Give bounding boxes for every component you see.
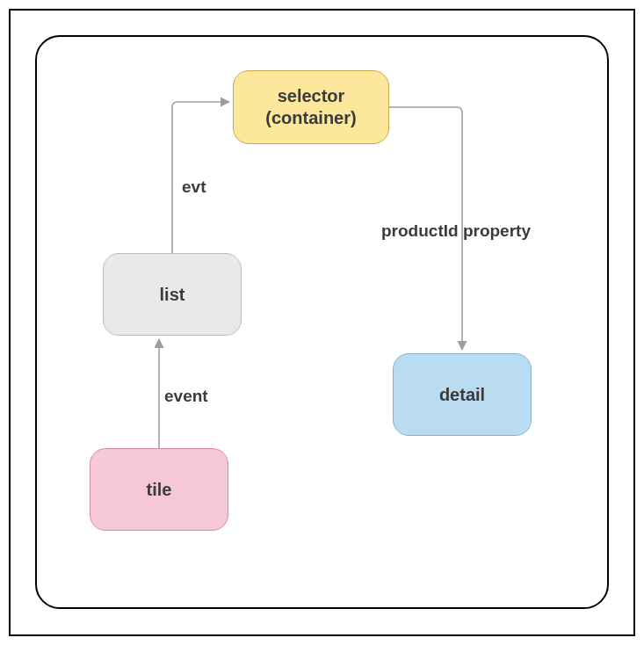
node-tile: tile <box>90 448 228 531</box>
diagram-canvas: selector(container) list tile detail eve… <box>35 35 609 609</box>
node-selector: selector(container) <box>233 70 389 144</box>
edge-label-event: event <box>164 387 208 406</box>
node-detail: detail <box>393 353 532 436</box>
node-tile-label: tile <box>147 479 172 501</box>
outer-frame: selector(container) list tile detail eve… <box>9 9 635 636</box>
node-selector-label: selector(container) <box>265 85 356 129</box>
node-detail-label: detail <box>439 384 485 406</box>
edge-label-productid: productId property <box>381 221 531 241</box>
edge-label-evt: evt <box>182 178 206 197</box>
node-list: list <box>103 253 242 336</box>
node-list-label: list <box>160 284 185 306</box>
